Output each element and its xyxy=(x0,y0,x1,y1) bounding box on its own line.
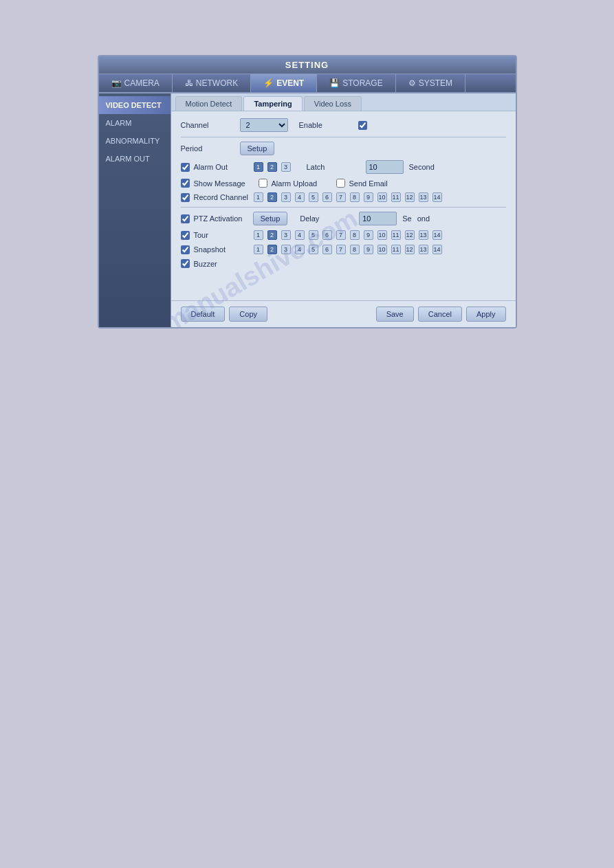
s-4[interactable]: 4 xyxy=(295,245,305,254)
t-10[interactable]: 10 xyxy=(377,230,387,240)
channel-select[interactable]: 2 1 3 xyxy=(240,118,288,132)
rc-5[interactable]: 5 xyxy=(309,192,318,202)
button-spacer xyxy=(272,307,372,322)
show-message-label: Show Message xyxy=(194,179,249,188)
rc-2[interactable]: 2 xyxy=(267,192,277,202)
main-panel: manualshive.com Motion Detect Tampering … xyxy=(171,93,516,327)
t-7[interactable]: 7 xyxy=(336,230,346,240)
nav-item-camera[interactable]: 📷 CAMERA xyxy=(99,74,173,92)
save-button[interactable]: Save xyxy=(376,307,414,322)
tour-row: Tour 1 2 3 4 5 6 7 8 9 10 11 xyxy=(181,230,506,240)
rc-9[interactable]: 9 xyxy=(364,192,373,202)
rc-3[interactable]: 3 xyxy=(281,192,291,202)
ptz-row: PTZ Activation Setup Delay Se ond xyxy=(181,212,506,225)
channel-row: Channel 2 1 3 Enable xyxy=(181,118,506,132)
rc-10[interactable]: 10 xyxy=(377,192,387,202)
sidebar-item-alarm-out[interactable]: ALARM OUT xyxy=(99,150,171,168)
delay-unit2: ond xyxy=(417,214,430,223)
show-message-checkbox[interactable] xyxy=(181,179,190,188)
copy-button[interactable]: Copy xyxy=(229,307,267,322)
apply-button[interactable]: Apply xyxy=(466,307,506,322)
s-7[interactable]: 7 xyxy=(336,245,346,254)
s-10[interactable]: 10 xyxy=(377,245,387,254)
ptz-activation-checkbox[interactable] xyxy=(181,214,190,223)
sidebar-item-alarm[interactable]: ALARM xyxy=(99,114,171,132)
t-11[interactable]: 11 xyxy=(391,230,401,240)
latch-input[interactable] xyxy=(366,160,404,174)
alarm-out-num-2[interactable]: 2 xyxy=(267,162,277,172)
s-8[interactable]: 8 xyxy=(350,245,360,254)
alarm-out-num-3[interactable]: 3 xyxy=(281,162,291,172)
network-icon: 🖧 xyxy=(185,78,193,88)
rc-13[interactable]: 13 xyxy=(419,192,428,202)
tab-motion-detect[interactable]: Motion Detect xyxy=(175,96,243,111)
t-6[interactable]: 6 xyxy=(322,230,332,240)
sidebar-item-abnormality[interactable]: ABNORMALITY xyxy=(99,132,171,150)
rc-14[interactable]: 14 xyxy=(432,192,442,202)
rc-7[interactable]: 7 xyxy=(336,192,346,202)
buzzer-checkbox[interactable] xyxy=(181,259,190,268)
message-row: Show Message Alarm Upload Send Email xyxy=(181,179,506,188)
t-4[interactable]: 4 xyxy=(295,230,305,240)
rc-12[interactable]: 12 xyxy=(405,192,415,202)
s-11[interactable]: 11 xyxy=(391,245,401,254)
t-3[interactable]: 3 xyxy=(281,230,291,240)
delay-input[interactable] xyxy=(359,212,397,225)
tour-checkbox[interactable] xyxy=(181,231,190,240)
record-channel-nums: 1 2 3 4 5 6 7 8 9 10 11 12 13 xyxy=(253,192,443,202)
nav-item-system[interactable]: ⚙ SYSTEM xyxy=(396,74,465,92)
t-5[interactable]: 5 xyxy=(309,230,318,240)
top-nav: 📷 CAMERA 🖧 NETWORK ⚡ EVENT 💾 STORAGE ⚙ S… xyxy=(99,74,516,93)
camera-icon: 📷 xyxy=(111,78,122,88)
t-13[interactable]: 13 xyxy=(419,230,428,240)
period-row: Period Setup xyxy=(181,142,506,155)
nav-item-network[interactable]: 🖧 NETWORK xyxy=(173,74,251,92)
s-14[interactable]: 14 xyxy=(432,245,442,254)
rc-8[interactable]: 8 xyxy=(350,192,360,202)
nav-item-event[interactable]: ⚡ EVENT xyxy=(251,74,317,92)
s-5[interactable]: 5 xyxy=(309,245,318,254)
snapshot-row: Snapshot 1 2 3 4 5 6 7 8 9 10 11 xyxy=(181,245,506,254)
s-12[interactable]: 12 xyxy=(405,245,415,254)
alarm-out-num-1[interactable]: 1 xyxy=(254,162,263,172)
period-setup-button[interactable]: Setup xyxy=(240,142,275,155)
enable-checkbox[interactable] xyxy=(358,121,367,130)
cancel-button[interactable]: Cancel xyxy=(418,307,462,322)
rc-1[interactable]: 1 xyxy=(254,192,263,202)
t-2[interactable]: 2 xyxy=(267,230,277,240)
s-6[interactable]: 6 xyxy=(322,245,332,254)
snapshot-checkbox[interactable] xyxy=(181,245,190,254)
alarm-out-row: Alarm Out 1 2 3 Latch Second xyxy=(181,160,506,174)
s-1[interactable]: 1 xyxy=(254,245,263,254)
rc-11[interactable]: 11 xyxy=(391,192,401,202)
sidebar-item-video-detect[interactable]: VIDEO DETECT xyxy=(99,96,171,114)
send-email-checkbox[interactable] xyxy=(336,179,345,188)
delay-unit: Se xyxy=(402,214,411,223)
buzzer-row: Buzzer xyxy=(181,259,506,268)
s-13[interactable]: 13 xyxy=(419,245,428,254)
t-14[interactable]: 14 xyxy=(432,230,442,240)
nav-item-storage[interactable]: 💾 STORAGE xyxy=(317,74,395,92)
alarm-out-checkbox[interactable] xyxy=(181,163,190,172)
t-8[interactable]: 8 xyxy=(350,230,360,240)
tour-label: Tour xyxy=(194,231,249,239)
tab-video-loss[interactable]: Video Loss xyxy=(304,96,362,111)
s-2[interactable]: 2 xyxy=(267,245,277,254)
s-9[interactable]: 9 xyxy=(364,245,373,254)
alarm-upload-checkbox[interactable] xyxy=(259,179,267,188)
title-label: SETTING xyxy=(285,60,329,70)
record-channel-checkbox[interactable] xyxy=(181,193,190,202)
event-icon: ⚡ xyxy=(263,78,274,88)
nav-label-system: SYSTEM xyxy=(419,78,452,88)
s-3[interactable]: 3 xyxy=(281,245,291,254)
rc-6[interactable]: 6 xyxy=(322,192,332,202)
t-12[interactable]: 12 xyxy=(405,230,415,240)
t-9[interactable]: 9 xyxy=(364,230,373,240)
t-1[interactable]: 1 xyxy=(254,230,263,240)
default-button[interactable]: Default xyxy=(181,307,226,322)
ptz-setup-button[interactable]: Setup xyxy=(253,212,288,225)
divider-1 xyxy=(181,137,506,137)
record-channel-row: Record Channel 1 2 3 4 5 6 7 8 9 10 xyxy=(181,192,506,202)
tab-tampering[interactable]: Tampering xyxy=(243,96,302,111)
rc-4[interactable]: 4 xyxy=(295,192,305,202)
